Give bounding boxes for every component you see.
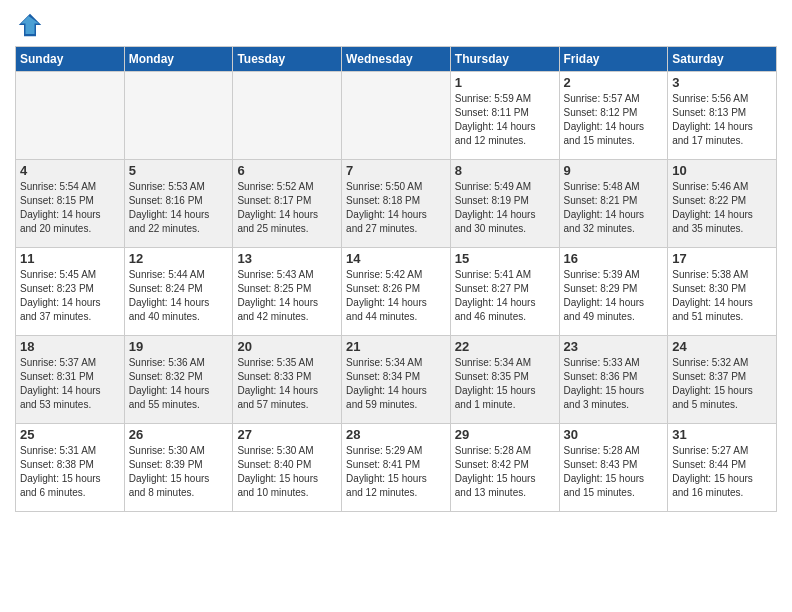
day-number: 19 bbox=[129, 339, 229, 354]
day-info: Sunrise: 5:44 AMSunset: 8:24 PMDaylight:… bbox=[129, 269, 210, 322]
calendar-body: 1 Sunrise: 5:59 AMSunset: 8:11 PMDayligh… bbox=[16, 72, 777, 512]
day-info: Sunrise: 5:50 AMSunset: 8:18 PMDaylight:… bbox=[346, 181, 427, 234]
day-number: 23 bbox=[564, 339, 664, 354]
day-info: Sunrise: 5:29 AMSunset: 8:41 PMDaylight:… bbox=[346, 445, 427, 498]
calendar-day-cell: 5 Sunrise: 5:53 AMSunset: 8:16 PMDayligh… bbox=[124, 160, 233, 248]
day-number: 28 bbox=[346, 427, 446, 442]
calendar-day-cell: 27 Sunrise: 5:30 AMSunset: 8:40 PMDaylig… bbox=[233, 424, 342, 512]
day-info: Sunrise: 5:59 AMSunset: 8:11 PMDaylight:… bbox=[455, 93, 536, 146]
calendar-header-row: SundayMondayTuesdayWednesdayThursdayFrid… bbox=[16, 47, 777, 72]
day-info: Sunrise: 5:52 AMSunset: 8:17 PMDaylight:… bbox=[237, 181, 318, 234]
day-info: Sunrise: 5:27 AMSunset: 8:44 PMDaylight:… bbox=[672, 445, 753, 498]
day-info: Sunrise: 5:28 AMSunset: 8:43 PMDaylight:… bbox=[564, 445, 645, 498]
calendar-day-cell: 3 Sunrise: 5:56 AMSunset: 8:13 PMDayligh… bbox=[668, 72, 777, 160]
calendar-day-cell: 21 Sunrise: 5:34 AMSunset: 8:34 PMDaylig… bbox=[342, 336, 451, 424]
day-number: 9 bbox=[564, 163, 664, 178]
day-number: 20 bbox=[237, 339, 337, 354]
logo bbox=[15, 10, 49, 40]
calendar-day-cell: 20 Sunrise: 5:35 AMSunset: 8:33 PMDaylig… bbox=[233, 336, 342, 424]
day-info: Sunrise: 5:56 AMSunset: 8:13 PMDaylight:… bbox=[672, 93, 753, 146]
calendar-day-cell: 7 Sunrise: 5:50 AMSunset: 8:18 PMDayligh… bbox=[342, 160, 451, 248]
day-number: 2 bbox=[564, 75, 664, 90]
calendar-day-cell bbox=[233, 72, 342, 160]
calendar-week-row: 18 Sunrise: 5:37 AMSunset: 8:31 PMDaylig… bbox=[16, 336, 777, 424]
calendar-header-cell: Sunday bbox=[16, 47, 125, 72]
day-number: 25 bbox=[20, 427, 120, 442]
day-info: Sunrise: 5:42 AMSunset: 8:26 PMDaylight:… bbox=[346, 269, 427, 322]
calendar-day-cell: 26 Sunrise: 5:30 AMSunset: 8:39 PMDaylig… bbox=[124, 424, 233, 512]
day-info: Sunrise: 5:33 AMSunset: 8:36 PMDaylight:… bbox=[564, 357, 645, 410]
calendar-day-cell: 25 Sunrise: 5:31 AMSunset: 8:38 PMDaylig… bbox=[16, 424, 125, 512]
calendar-day-cell: 31 Sunrise: 5:27 AMSunset: 8:44 PMDaylig… bbox=[668, 424, 777, 512]
day-number: 21 bbox=[346, 339, 446, 354]
day-info: Sunrise: 5:34 AMSunset: 8:35 PMDaylight:… bbox=[455, 357, 536, 410]
day-number: 11 bbox=[20, 251, 120, 266]
calendar-day-cell: 29 Sunrise: 5:28 AMSunset: 8:42 PMDaylig… bbox=[450, 424, 559, 512]
calendar-week-row: 25 Sunrise: 5:31 AMSunset: 8:38 PMDaylig… bbox=[16, 424, 777, 512]
day-info: Sunrise: 5:34 AMSunset: 8:34 PMDaylight:… bbox=[346, 357, 427, 410]
day-info: Sunrise: 5:38 AMSunset: 8:30 PMDaylight:… bbox=[672, 269, 753, 322]
day-info: Sunrise: 5:45 AMSunset: 8:23 PMDaylight:… bbox=[20, 269, 101, 322]
calendar-week-row: 11 Sunrise: 5:45 AMSunset: 8:23 PMDaylig… bbox=[16, 248, 777, 336]
day-number: 29 bbox=[455, 427, 555, 442]
calendar-table: SundayMondayTuesdayWednesdayThursdayFrid… bbox=[15, 46, 777, 512]
day-number: 26 bbox=[129, 427, 229, 442]
calendar-day-cell: 12 Sunrise: 5:44 AMSunset: 8:24 PMDaylig… bbox=[124, 248, 233, 336]
calendar-day-cell: 28 Sunrise: 5:29 AMSunset: 8:41 PMDaylig… bbox=[342, 424, 451, 512]
day-number: 31 bbox=[672, 427, 772, 442]
day-info: Sunrise: 5:43 AMSunset: 8:25 PMDaylight:… bbox=[237, 269, 318, 322]
day-info: Sunrise: 5:30 AMSunset: 8:39 PMDaylight:… bbox=[129, 445, 210, 498]
calendar-week-row: 4 Sunrise: 5:54 AMSunset: 8:15 PMDayligh… bbox=[16, 160, 777, 248]
day-number: 18 bbox=[20, 339, 120, 354]
calendar-day-cell: 19 Sunrise: 5:36 AMSunset: 8:32 PMDaylig… bbox=[124, 336, 233, 424]
calendar-header-cell: Tuesday bbox=[233, 47, 342, 72]
calendar-day-cell bbox=[342, 72, 451, 160]
day-info: Sunrise: 5:46 AMSunset: 8:22 PMDaylight:… bbox=[672, 181, 753, 234]
day-info: Sunrise: 5:31 AMSunset: 8:38 PMDaylight:… bbox=[20, 445, 101, 498]
calendar-day-cell: 1 Sunrise: 5:59 AMSunset: 8:11 PMDayligh… bbox=[450, 72, 559, 160]
day-number: 15 bbox=[455, 251, 555, 266]
calendar-day-cell: 30 Sunrise: 5:28 AMSunset: 8:43 PMDaylig… bbox=[559, 424, 668, 512]
calendar-header-cell: Thursday bbox=[450, 47, 559, 72]
day-info: Sunrise: 5:32 AMSunset: 8:37 PMDaylight:… bbox=[672, 357, 753, 410]
calendar-day-cell: 9 Sunrise: 5:48 AMSunset: 8:21 PMDayligh… bbox=[559, 160, 668, 248]
calendar-day-cell: 10 Sunrise: 5:46 AMSunset: 8:22 PMDaylig… bbox=[668, 160, 777, 248]
calendar-day-cell: 16 Sunrise: 5:39 AMSunset: 8:29 PMDaylig… bbox=[559, 248, 668, 336]
calendar-day-cell: 11 Sunrise: 5:45 AMSunset: 8:23 PMDaylig… bbox=[16, 248, 125, 336]
calendar-day-cell: 13 Sunrise: 5:43 AMSunset: 8:25 PMDaylig… bbox=[233, 248, 342, 336]
day-number: 27 bbox=[237, 427, 337, 442]
day-number: 3 bbox=[672, 75, 772, 90]
calendar-day-cell: 6 Sunrise: 5:52 AMSunset: 8:17 PMDayligh… bbox=[233, 160, 342, 248]
day-number: 13 bbox=[237, 251, 337, 266]
day-number: 1 bbox=[455, 75, 555, 90]
day-info: Sunrise: 5:41 AMSunset: 8:27 PMDaylight:… bbox=[455, 269, 536, 322]
logo-icon bbox=[15, 10, 45, 40]
day-number: 8 bbox=[455, 163, 555, 178]
day-number: 16 bbox=[564, 251, 664, 266]
day-info: Sunrise: 5:36 AMSunset: 8:32 PMDaylight:… bbox=[129, 357, 210, 410]
day-number: 22 bbox=[455, 339, 555, 354]
day-info: Sunrise: 5:48 AMSunset: 8:21 PMDaylight:… bbox=[564, 181, 645, 234]
day-info: Sunrise: 5:54 AMSunset: 8:15 PMDaylight:… bbox=[20, 181, 101, 234]
day-number: 4 bbox=[20, 163, 120, 178]
calendar-day-cell: 18 Sunrise: 5:37 AMSunset: 8:31 PMDaylig… bbox=[16, 336, 125, 424]
page: SundayMondayTuesdayWednesdayThursdayFrid… bbox=[0, 0, 792, 522]
day-info: Sunrise: 5:30 AMSunset: 8:40 PMDaylight:… bbox=[237, 445, 318, 498]
calendar-header-cell: Saturday bbox=[668, 47, 777, 72]
day-info: Sunrise: 5:57 AMSunset: 8:12 PMDaylight:… bbox=[564, 93, 645, 146]
calendar-header-cell: Monday bbox=[124, 47, 233, 72]
calendar-day-cell: 14 Sunrise: 5:42 AMSunset: 8:26 PMDaylig… bbox=[342, 248, 451, 336]
calendar-day-cell bbox=[124, 72, 233, 160]
calendar-day-cell bbox=[16, 72, 125, 160]
header bbox=[15, 10, 777, 40]
calendar-day-cell: 17 Sunrise: 5:38 AMSunset: 8:30 PMDaylig… bbox=[668, 248, 777, 336]
calendar-day-cell: 4 Sunrise: 5:54 AMSunset: 8:15 PMDayligh… bbox=[16, 160, 125, 248]
day-number: 6 bbox=[237, 163, 337, 178]
day-number: 7 bbox=[346, 163, 446, 178]
day-number: 10 bbox=[672, 163, 772, 178]
day-info: Sunrise: 5:35 AMSunset: 8:33 PMDaylight:… bbox=[237, 357, 318, 410]
day-number: 14 bbox=[346, 251, 446, 266]
day-info: Sunrise: 5:49 AMSunset: 8:19 PMDaylight:… bbox=[455, 181, 536, 234]
calendar-day-cell: 23 Sunrise: 5:33 AMSunset: 8:36 PMDaylig… bbox=[559, 336, 668, 424]
calendar-day-cell: 2 Sunrise: 5:57 AMSunset: 8:12 PMDayligh… bbox=[559, 72, 668, 160]
